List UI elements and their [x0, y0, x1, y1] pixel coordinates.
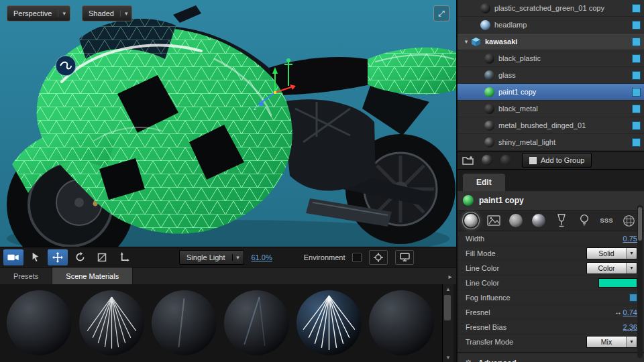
scroll-up-icon[interactable]: ▲: [443, 284, 453, 294]
line-color-mode-value: Color: [587, 263, 626, 274]
visibility-checkbox[interactable]: [632, 138, 641, 147]
disclosure-triangle-icon[interactable]: ▾: [462, 38, 471, 45]
matte-channel-button[interactable]: [508, 213, 524, 229]
material-preview-sphere[interactable]: [7, 290, 72, 355]
property-row: Width 0.75: [458, 231, 644, 246]
material-row[interactable]: black_plastic: [458, 50, 644, 67]
material-row-selected[interactable]: paint1 copy: [458, 84, 644, 101]
new-folder-button[interactable]: [462, 154, 475, 166]
snap-tool-button[interactable]: [92, 249, 112, 265]
sphere-icon: [482, 155, 492, 166]
property-label: Width: [466, 235, 623, 243]
refraction-channel-button[interactable]: [553, 213, 570, 229]
properties-scrollbar[interactable]: [637, 205, 643, 358]
move-tool-button[interactable]: [48, 249, 68, 265]
chevron-down-icon: ▾: [232, 254, 244, 261]
zoom-percentage-link[interactable]: 61.0%: [252, 253, 272, 261]
fog-influence-checkbox[interactable]: [629, 294, 637, 302]
advanced-section-header[interactable]: ⚙ Advanced: [458, 352, 644, 362]
panel-expand-arrow[interactable]: ▸: [444, 267, 456, 285]
add-to-group-button[interactable]: Add to Group: [522, 153, 592, 168]
material-row[interactable]: metal_brushed_dinged_01: [458, 117, 644, 134]
streak-highlight: [224, 290, 289, 355]
plane-icon: [97, 253, 107, 262]
material-row[interactable]: shiny_metal_light: [458, 134, 644, 151]
material-row[interactable]: plastic_scratched_green_01 copy: [458, 0, 644, 17]
material-row[interactable]: black_metal: [458, 101, 644, 117]
chevron-down-icon: ▾: [626, 263, 637, 274]
visibility-checkbox[interactable]: [632, 38, 641, 46]
material-color-icon: [463, 195, 474, 206]
diffuse-channel-button[interactable]: [463, 213, 479, 229]
tab-presets[interactable]: Presets: [0, 267, 52, 285]
duplicate-material-button[interactable]: [499, 154, 513, 166]
rotate-tool-button[interactable]: [70, 249, 90, 265]
material-row-label: headlamp: [494, 21, 628, 29]
tab-edit[interactable]: Edit: [463, 174, 505, 191]
glossy-channel-button[interactable]: [531, 213, 547, 229]
visibility-checkbox[interactable]: [632, 4, 641, 13]
tab-scene-materials[interactable]: Scene Materials: [52, 267, 133, 285]
perspective-dropdown[interactable]: Perspective ▾: [7, 5, 70, 21]
illumination-channel-button[interactable]: [576, 213, 592, 229]
fill-mode-value: Solid: [587, 248, 626, 259]
material-thumb-icon: [484, 70, 494, 80]
fullscreen-toggle-button[interactable]: ⤢: [433, 5, 449, 21]
strip-scrollbar[interactable]: ▲ ▼: [442, 284, 453, 362]
new-material-button[interactable]: [480, 154, 494, 166]
edit-section: Edit: [458, 170, 644, 191]
scrollbar-thumb[interactable]: [444, 295, 451, 320]
scrollbar-thumb[interactable]: [638, 207, 642, 241]
scale-tool-button[interactable]: [114, 249, 134, 265]
sss-channel-button[interactable]: SSS: [598, 213, 614, 229]
property-row: Line Color: [458, 276, 644, 290]
material-thumb-icon: [484, 87, 494, 97]
select-tool-button[interactable]: [25, 249, 46, 265]
fresnel-bias-value-field[interactable]: 2.36: [623, 323, 637, 331]
material-row[interactable]: glass: [458, 67, 644, 84]
materials-panel: plastic_scratched_green_01 copy headlamp…: [456, 0, 644, 362]
gem-channel-button[interactable]: [621, 213, 637, 229]
visibility-checkbox[interactable]: [632, 105, 641, 113]
move-icon: [52, 252, 63, 263]
transfer-mode-dropdown[interactable]: Mix ▾: [586, 336, 637, 348]
fill-mode-dropdown[interactable]: Solid ▾: [586, 247, 637, 259]
light-mode-label: Single Light: [180, 253, 232, 261]
material-preview-sphere[interactable]: [152, 290, 217, 355]
line-color-mode-dropdown[interactable]: Color ▾: [586, 262, 637, 274]
camera-tool-button[interactable]: [3, 249, 23, 265]
group-row[interactable]: ▾ kawasaki: [458, 34, 644, 50]
material-thumb-icon: [484, 121, 494, 131]
scroll-down-icon[interactable]: ▼: [443, 353, 453, 362]
texture-channel-button[interactable]: [486, 213, 502, 229]
wine-glass-icon: [557, 214, 566, 227]
light-bulb-icon: [580, 214, 589, 227]
environment-checkbox[interactable]: [352, 253, 362, 262]
material-row[interactable]: headlamp: [458, 17, 644, 34]
shading-mode-dropdown[interactable]: Shaded ▾: [82, 5, 132, 21]
material-preview-sphere[interactable]: [79, 290, 144, 355]
axes-icon: [119, 252, 129, 262]
expand-icon: ⤢: [438, 9, 445, 18]
rays-highlight: [297, 290, 362, 355]
visibility-checkbox[interactable]: [632, 121, 641, 130]
material-preview-sphere[interactable]: [224, 290, 289, 355]
viewport-toolbar: Single Light ▾ 61.0% Environment: [0, 247, 456, 267]
motorcycle-render: z: [0, 0, 456, 247]
fresnel-value-field[interactable]: 0.74: [623, 308, 637, 316]
3d-viewport[interactable]: z Perspective ▾ Shaded ▾ ⤢: [0, 0, 456, 247]
preview-monitor-button[interactable]: [395, 250, 414, 265]
light-mode-dropdown[interactable]: Single Light ▾: [179, 250, 244, 265]
width-value-field[interactable]: 0.75: [623, 235, 637, 243]
line-color-swatch[interactable]: [598, 278, 637, 288]
matte-sphere-icon: [509, 214, 523, 227]
material-preview-sphere[interactable]: [297, 290, 362, 355]
material-row-label: glass: [498, 71, 628, 79]
visibility-checkbox[interactable]: [632, 54, 641, 63]
material-preview-sphere[interactable]: [369, 290, 434, 355]
focus-target-button[interactable]: [369, 250, 388, 265]
visibility-checkbox[interactable]: [632, 88, 641, 97]
visibility-checkbox[interactable]: [632, 71, 641, 80]
rotate-icon: [75, 252, 85, 262]
visibility-checkbox[interactable]: [632, 21, 641, 29]
